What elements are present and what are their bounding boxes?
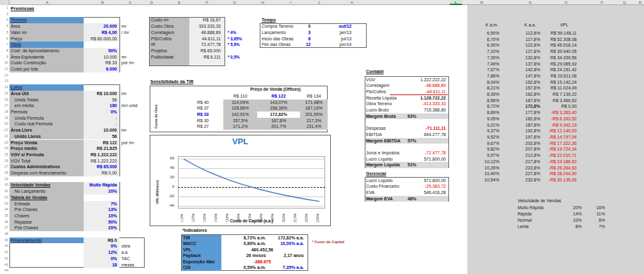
panel-row-7-kam[interactable]: 7,86%: [469, 73, 501, 79]
cell-A39-label[interactable]: Financiamento: [9, 237, 84, 244]
ind-row-5-value1[interactable]: 0,59% a.m.: [221, 265, 268, 271]
contabil-row-8-value[interactable]: -71.111,11: [390, 125, 448, 132]
tempo-row-2-months[interactable]: 6: [283, 36, 313, 42]
veloc-row-3-v2[interactable]: 7%: [587, 224, 607, 230]
column-header-E[interactable]: E: [173, 0, 186, 5]
cell-A9-label[interactable]: Área Equivalente: [9, 54, 84, 60]
cell-B43-value[interactable]: 18: [84, 262, 119, 268]
row-header-5[interactable]: 5: [0, 30, 8, 36]
sens-cell-4-2[interactable]: 231,4%: [300, 123, 328, 130]
sens-cell-2-1[interactable]: 172,82%: [257, 111, 300, 118]
panel-row-19-vpl[interactable]: -R$ 19.724,34: [522, 146, 579, 152]
row-header-15[interactable]: 15: [0, 91, 8, 97]
panel-row-21-kam[interactable]: 10,12%: [469, 159, 501, 165]
cell-A14-label[interactable]: Lotes: [9, 84, 84, 91]
panel-row-24-vpl[interactable]: -R$ 30.135,06: [522, 177, 579, 183]
row-header-44[interactable]: 44: [0, 268, 8, 274]
panel-row-24-kam[interactable]: 10,54%: [469, 177, 501, 183]
ind-row-1-value1[interactable]: 0,80% a.m.: [221, 241, 268, 247]
row-header-25[interactable]: 25: [0, 152, 8, 158]
column-header-I[interactable]: I: [284, 0, 297, 5]
ind-row-3-value1[interactable]: 26 meses: [221, 253, 268, 259]
panel-row-3-kam[interactable]: 7,10%: [469, 49, 501, 55]
cell-B36-value[interactable]: 50%: [84, 219, 119, 225]
panel-row-16-vpl[interactable]: -R$ 12.140,00: [522, 128, 579, 134]
sens-cell-1-2[interactable]: 187,19%: [300, 105, 328, 111]
row-header-23[interactable]: 23: [0, 140, 8, 146]
panel-row-22-vpl[interactable]: -R$ 26.264,63: [522, 165, 579, 171]
cell-B15-value[interactable]: R$ 10.000: [84, 91, 119, 97]
row-header-19[interactable]: 19: [0, 115, 8, 122]
cell-B40-value[interactable]: 0%: [84, 243, 119, 249]
panel-row-15-vpl[interactable]: -R$ 9.342,13: [522, 122, 579, 128]
cell-A25-label[interactable]: VGV s/ Permuta: [9, 152, 84, 158]
panel-row-7-vpl[interactable]: R$ 19.511,06: [522, 73, 579, 79]
contabil-row-3-value[interactable]: 1.128.722,22: [390, 95, 448, 101]
sens-cell-0-1[interactable]: 143,07%: [257, 100, 300, 106]
veloc-row-3-v1[interactable]: 8%: [553, 224, 584, 230]
contabil-row-6-value[interactable]: 63%: [375, 113, 449, 120]
panel-row-3-vpl[interactable]: R$ 39.940,05: [522, 49, 579, 55]
cell-B30-value[interactable]: Muito Rápida: [84, 182, 119, 188]
contabil-row-4-value[interactable]: -413.333,33: [390, 101, 448, 107]
panel-row-11-vpl[interactable]: R$ 3.469,52: [522, 98, 579, 104]
custo-row-4-value[interactable]: 72.477,78: [189, 42, 223, 48]
contabil-row-13-value[interactable]: 571.800,00: [390, 156, 448, 163]
tempo-row-0-date[interactable]: out/12: [318, 23, 353, 30]
cell-A10-label[interactable]: Custo Construção: [9, 60, 84, 66]
ind-row-1-label[interactable]: WACC: [183, 241, 221, 247]
contabil-row-12-value[interactable]: -72.477,78: [390, 150, 448, 156]
row-header-6[interactable]: 6: [0, 36, 8, 42]
panel-row-20-vpl[interactable]: -R$ 22.010,71: [522, 152, 579, 159]
tempo-row-3-date[interactable]: jun/14: [318, 42, 353, 48]
row-header-18[interactable]: 18: [0, 109, 8, 115]
panel-row-9-kam[interactable]: 8,21%: [469, 85, 501, 91]
cell-A35-label[interactable]: Chaves: [9, 213, 84, 219]
panel-row-9-vpl[interactable]: R$ 11.024,49: [522, 85, 579, 91]
row-header-12[interactable]: 12: [0, 72, 8, 79]
row-header-3[interactable]: 3: [0, 17, 8, 23]
row-header-27[interactable]: 27: [0, 164, 8, 170]
row-header-11[interactable]: 11: [0, 66, 8, 72]
cell-A37-label[interactable]: Pós Chaves: [9, 225, 84, 231]
cell-A22-label[interactable]: Unids Livres: [9, 134, 84, 140]
cell-B35-value[interactable]: 10%: [84, 213, 119, 219]
row-header-36[interactable]: 36: [0, 219, 8, 225]
column-header-H[interactable]: H: [257, 0, 269, 5]
cell-A11-label[interactable]: Custo por lote: [9, 66, 84, 72]
sens-row-0-label[interactable]: R$ 40: [179, 100, 211, 106]
row-header-24[interactable]: 24: [0, 146, 8, 152]
row-header-41[interactable]: 41: [0, 249, 8, 256]
row-header-39[interactable]: 39: [0, 237, 8, 244]
cell-A23-label[interactable]: Preço Venda: [9, 140, 84, 146]
panel-row-18-kam[interactable]: 9,67%: [469, 140, 501, 147]
row-header-28[interactable]: 28: [0, 170, 8, 176]
cell-A36-label[interactable]: Repasse: [9, 219, 84, 225]
cell-B9-value[interactable]: 10.000: [84, 54, 119, 60]
row-header-10[interactable]: 10: [0, 60, 8, 66]
panel-row-8-kam[interactable]: 8,04%: [469, 79, 501, 86]
cell-B31-value[interactable]: 20%: [84, 188, 119, 195]
cell-B6-value[interactable]: R$ 80.000,00: [84, 36, 119, 42]
custo-row-0-label[interactable]: Custo m²: [151, 17, 189, 23]
custo-row-3-value[interactable]: 44.611,11: [189, 36, 223, 42]
veloc-row-2-v1[interactable]: 10%: [553, 217, 584, 224]
sens-row-1-label[interactable]: R$ 37: [179, 105, 211, 111]
panel-row-23-kam[interactable]: 10,40%: [469, 171, 501, 177]
row-header-4[interactable]: 4: [0, 23, 8, 30]
contabil-row-10-value[interactable]: 57%: [375, 138, 449, 144]
cell-A19-label[interactable]: Unids Permuta: [9, 115, 84, 122]
column-header-Q[interactable]: Q: [618, 0, 631, 5]
contabil-row-9-value[interactable]: 644.277,78: [390, 132, 448, 138]
panel-row-4-vpl[interactable]: R$ 34.339,56: [522, 55, 579, 61]
panel-row-10-vpl[interactable]: R$ 7.139,22: [522, 91, 579, 98]
column-header-N[interactable]: N: [524, 0, 536, 5]
column-header-C[interactable]: C: [124, 0, 136, 5]
column-header-F[interactable]: F: [201, 0, 213, 5]
tempo-row-0-months[interactable]: 0: [283, 23, 313, 30]
sens-cell-3-1[interactable]: 187,8%: [257, 118, 300, 124]
cell-A16-label[interactable]: Unids Totais: [9, 97, 84, 103]
panel-row-13-vpl[interactable]: -R$ 3.283,40: [522, 110, 579, 116]
panel-row-18-vpl[interactable]: -R$ 17.322,36: [522, 140, 579, 147]
custo-row-3-label[interactable]: PIS/Cofins: [151, 36, 189, 42]
